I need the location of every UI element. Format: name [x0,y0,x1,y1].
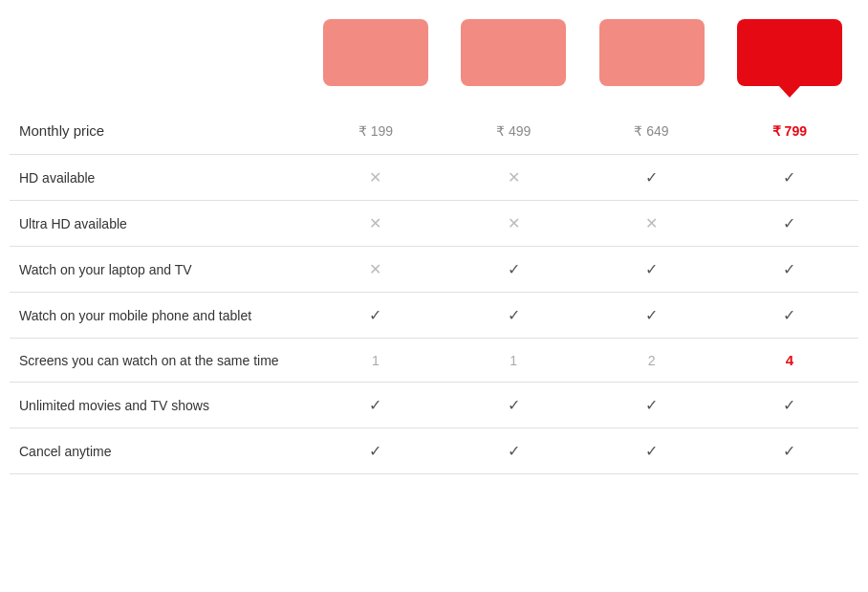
header-row [10,19,858,86]
feature-value-7-1: ✓ [445,428,582,474]
check-icon: ✓ [645,307,658,323]
check-icon: ✓ [508,261,520,277]
feature-value-2-2: ✕ [582,201,720,247]
empty-header [10,19,307,86]
feature-value-6-3: ✓ [721,383,858,428]
check-icon: ✓ [508,397,520,413]
check-icon: ✓ [783,261,795,277]
header-spacer-row [10,86,858,103]
cross-icon: ✕ [508,169,520,186]
feature-value-5-3: 4 [721,339,858,383]
feature-value-3-3: ✓ [721,247,858,293]
feature-label-1: HD available [10,155,307,201]
pricing-table: Monthly price₹ 199₹ 499₹ 649₹ 799HD avai… [10,19,858,474]
feature-row-4: Watch on your mobile phone and tablet✓✓✓… [10,293,858,339]
feature-row-5: Screens you can watch on at the same tim… [10,339,858,383]
cross-icon: ✕ [645,215,658,231]
feature-row-2: Ultra HD available✕✕✕✓ [10,201,858,247]
feature-label-0: Monthly price [10,103,307,155]
feature-value-4-1: ✓ [445,293,582,339]
feature-value-4-3: ✓ [721,293,858,339]
check-icon: ✓ [783,215,795,231]
number-value: 2 [648,353,656,368]
feature-value-4-2: ✓ [582,293,720,339]
feature-row-1: HD available✕✕✓✓ [10,155,858,201]
plan-header-standard [582,19,720,86]
feature-value-3-0: ✕ [307,247,445,293]
plan-header-mobile [307,19,445,86]
check-icon: ✓ [783,397,795,413]
feature-label-5: Screens you can watch on at the same tim… [10,339,307,383]
feature-value-2-0: ✕ [307,201,445,247]
feature-value-5-0: 1 [307,339,445,383]
check-icon: ✓ [645,443,658,459]
feature-label-7: Cancel anytime [10,428,307,474]
feature-label-4: Watch on your mobile phone and tablet [10,293,307,339]
feature-value-1-0: ✕ [307,155,445,201]
cross-icon: ✕ [369,169,381,186]
pricing-container: Monthly price₹ 199₹ 499₹ 649₹ 799HD avai… [0,0,868,592]
table-body: Monthly price₹ 199₹ 499₹ 649₹ 799HD avai… [10,103,858,474]
cross-icon: ✕ [369,215,381,231]
feature-label-6: Unlimited movies and TV shows [10,383,307,428]
feature-value-7-2: ✓ [582,428,720,474]
check-icon: ✓ [783,169,795,186]
feature-value-7-3: ✓ [721,428,858,474]
number-value: 1 [372,353,380,368]
cross-icon: ✕ [369,261,381,277]
feature-value-0-2: ₹ 649 [582,103,720,155]
feature-value-1-3: ✓ [721,155,858,201]
check-icon: ✓ [369,443,381,459]
check-icon: ✓ [645,261,658,277]
feature-value-6-0: ✓ [307,383,445,428]
feature-value-2-1: ✕ [445,201,582,247]
plan-header-premium [721,19,858,86]
feature-value-7-0: ✓ [307,428,445,474]
feature-value-0-1: ₹ 499 [445,103,582,155]
check-icon: ✓ [508,307,520,323]
feature-row-6: Unlimited movies and TV shows✓✓✓✓ [10,383,858,428]
feature-value-4-0: ✓ [307,293,445,339]
check-icon: ✓ [369,397,381,413]
feature-value-6-2: ✓ [582,383,720,428]
check-icon: ✓ [508,443,520,459]
check-icon: ✓ [645,397,658,413]
feature-label-2: Ultra HD available [10,201,307,247]
number-value: 4 [786,352,793,368]
feature-value-5-2: 2 [582,339,720,383]
feature-value-0-0: ₹ 199 [307,103,445,155]
feature-value-3-1: ✓ [445,247,582,293]
check-icon: ✓ [783,443,795,459]
feature-value-1-2: ✓ [582,155,720,201]
feature-row-0: Monthly price₹ 199₹ 499₹ 649₹ 799 [10,103,858,155]
number-value: 1 [510,353,517,368]
feature-label-3: Watch on your laptop and TV [10,247,307,293]
plan-header-basic [445,19,582,86]
feature-value-6-1: ✓ [445,383,582,428]
feature-row-3: Watch on your laptop and TV✕✓✓✓ [10,247,858,293]
feature-value-1-1: ✕ [445,155,582,201]
feature-row-7: Cancel anytime✓✓✓✓ [10,428,858,474]
feature-value-3-2: ✓ [582,247,720,293]
feature-value-0-3: ₹ 799 [721,103,858,155]
cross-icon: ✕ [508,215,520,231]
check-icon: ✓ [783,307,795,323]
check-icon: ✓ [645,169,658,186]
check-icon: ✓ [369,307,381,323]
feature-value-2-3: ✓ [721,201,858,247]
feature-value-5-1: 1 [445,339,582,383]
